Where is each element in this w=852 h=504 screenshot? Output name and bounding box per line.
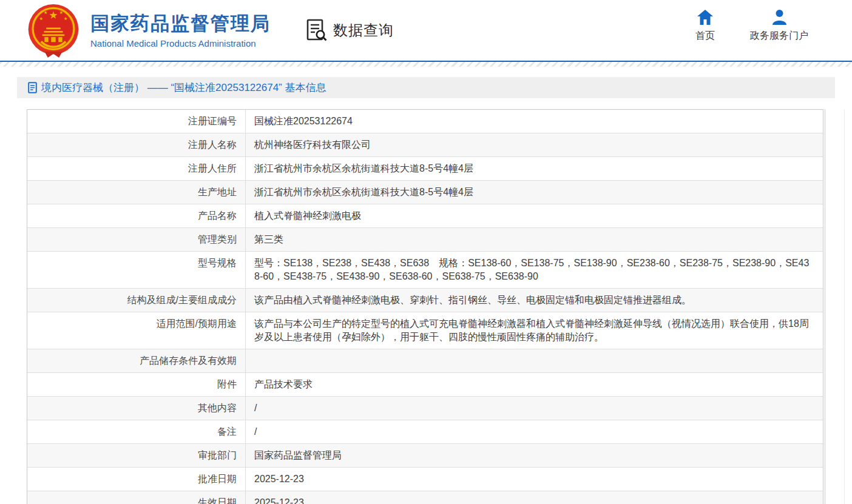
field-label: 生效日期 (27, 491, 246, 504)
field-label: 备注 (27, 420, 246, 443)
table-row: 注册人住所 浙江省杭州市余杭区余杭街道科技大道8-5号4幢4层 (27, 157, 823, 181)
site-subtitle: National Medical Products Administration (90, 38, 271, 49)
table-row: 生产地址 浙江省杭州市余杭区余杭街道科技大道8-5号4幢4层 (27, 181, 823, 204)
field-value: 浙江省杭州市余杭区余杭街道科技大道8-5号4幢4层 (246, 181, 823, 204)
table-row: 注册证编号 国械注准20253122674 (27, 110, 823, 133)
field-label: 结构及组成/主要组成成分 (27, 289, 246, 312)
table-row: 产品储存条件及有效期 (27, 349, 823, 373)
table-row: 生效日期 2025-12-23 (27, 491, 823, 504)
field-value: 国家药品监督管理局 (246, 444, 823, 467)
table-row: 产品名称 植入式脊髓神经刺激电极 (27, 204, 823, 228)
user-icon (771, 9, 788, 25)
document-magnifier-icon (306, 18, 328, 42)
field-label: 产品名称 (27, 204, 246, 227)
field-label: 附件 (27, 373, 246, 396)
nav-item-home[interactable]: 首页 (695, 9, 715, 42)
header-nav: 首页 政务服务门户 (695, 9, 852, 42)
field-label: 注册人名称 (27, 133, 246, 156)
table-row: 附件 产品技术要求 (27, 373, 823, 397)
field-label: 产品储存条件及有效期 (27, 349, 246, 372)
content-right-border (844, 109, 845, 504)
table-row: 批准日期 2025-12-23 (27, 468, 823, 491)
field-label: 生产地址 (27, 181, 246, 204)
site-logo[interactable]: 国家药品监督管理局 National Medical Products Admi… (25, 2, 271, 58)
data-query-label: 数据查询 (333, 21, 394, 40)
field-value (246, 349, 823, 372)
logo-text: 国家药品监督管理局 National Medical Products Admi… (90, 12, 271, 49)
national-emblem-icon (25, 4, 81, 58)
nav-item-label: 政务服务门户 (750, 30, 808, 42)
field-label: 批准日期 (27, 468, 246, 491)
nav-item-portal[interactable]: 政务服务门户 (750, 9, 808, 42)
field-label: 注册人住所 (27, 157, 246, 180)
table-row: 型号规格 型号：SE138，SE238，SE438，SE638 规格：SE138… (27, 252, 823, 289)
field-value: 产品技术要求 (246, 373, 823, 396)
field-label: 型号规格 (27, 252, 246, 288)
table-row: 其他内容 / (27, 397, 823, 420)
page-title: 境内医疗器械（注册） —— “国械注准20253122674” 基本信息 (41, 81, 326, 95)
field-value: 2025-12-23 (246, 491, 823, 504)
field-label: 适用范围/预期用途 (27, 312, 246, 349)
table-row: 审批部门 国家药品监督管理局 (27, 444, 823, 468)
table-row: 结构及组成/主要组成成分 该产品由植入式脊髓神经刺激电极、穿刺针、指引钢丝、导丝… (27, 289, 823, 312)
page: { "header": { "logo": { "title": "国家药品监督… (0, 0, 852, 504)
site-title: 国家药品监督管理局 (90, 12, 271, 35)
field-value: 国械注准20253122674 (246, 110, 823, 133)
data-query-link[interactable]: 数据查询 (306, 18, 394, 42)
field-value: 型号：SE138，SE238，SE438，SE638 规格：SE138-60，S… (246, 252, 823, 288)
field-label: 审批部门 (27, 444, 246, 467)
registration-info-table-wrap: 注册证编号 国械注准20253122674 注册人名称 杭州神络医疗科技有限公司… (27, 109, 825, 504)
header-hatch-stripe (0, 62, 852, 67)
table-row: 注册人名称 杭州神络医疗科技有限公司 (27, 133, 823, 157)
field-value: 该产品由植入式脊髓神经刺激电极、穿刺针、指引钢丝、导丝、电极固定锚和电极固定锚推… (246, 289, 823, 312)
field-value: 第三类 (246, 228, 823, 251)
home-icon (697, 9, 714, 25)
table-row: 管理类别 第三类 (27, 228, 823, 252)
table-row: 适用范围/预期用途 该产品与本公司生产的特定型号的植入式可充电脊髓神经刺激器和植… (27, 312, 823, 349)
site-header: 国家药品监督管理局 National Medical Products Admi… (0, 0, 852, 61)
field-value: 浙江省杭州市余杭区余杭街道科技大道8-5号4幢4层 (246, 157, 823, 180)
field-value: 植入式脊髓神经刺激电极 (246, 204, 823, 227)
page-title-bar: 境内医疗器械（注册） —— “国械注准20253122674” 基本信息 (17, 77, 835, 98)
field-label: 其他内容 (27, 397, 246, 420)
field-value: / (246, 397, 823, 420)
registration-info-table: 注册证编号 国械注准20253122674 注册人名称 杭州神络医疗科技有限公司… (27, 109, 823, 504)
field-value: / (246, 420, 823, 443)
field-value: 该产品与本公司生产的特定型号的植入式可充电脊髓神经刺激器和植入式脊髓神经刺激延伸… (246, 312, 823, 349)
document-icon (28, 82, 37, 93)
table-row: 备注 / (27, 420, 823, 444)
field-value: 杭州神络医疗科技有限公司 (246, 133, 823, 156)
field-value: 2025-12-23 (246, 468, 823, 491)
nav-item-label: 首页 (695, 30, 715, 42)
field-label: 注册证编号 (27, 110, 246, 133)
field-label: 管理类别 (27, 228, 246, 251)
